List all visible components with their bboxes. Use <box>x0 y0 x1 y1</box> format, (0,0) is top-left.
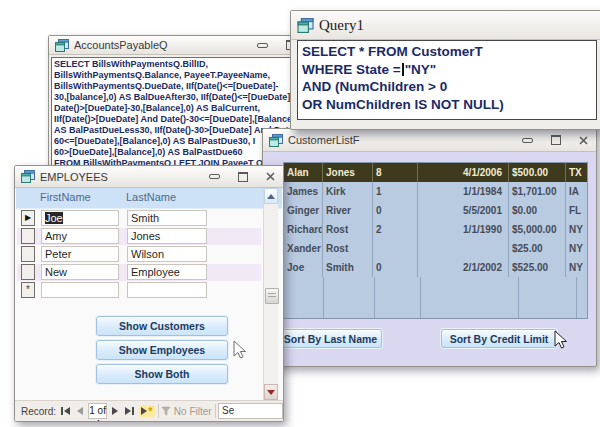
minimize-icon[interactable] <box>208 171 221 182</box>
sql-line: Date()>[DueDate]-30,[Balance],0) AS BalC… <box>54 103 298 114</box>
form-header-band: FirstName LastName <box>16 188 282 209</box>
first-name-field[interactable]: Peter <box>41 246 119 262</box>
cell-num-children[interactable]: 0 <box>373 201 418 220</box>
cell-state[interactable]: FL <box>566 201 587 220</box>
sql-line: WHERE State ="NY" <box>302 61 596 79</box>
cell-first-name[interactable]: Xander <box>284 239 323 258</box>
cell-credit-limit[interactable]: $0.00 <box>509 201 566 220</box>
titlebar-employees[interactable]: EMPLOYEES <box>15 166 283 188</box>
cell-num-children[interactable]: 1 <box>373 182 418 201</box>
sql-text-after-cursor: "NY" <box>405 62 437 77</box>
titlebar-accounts-payable-q[interactable]: AccountsPayableQ <box>49 36 303 55</box>
last-name-field[interactable]: Smith <box>127 210 207 226</box>
last-name-field[interactable] <box>127 282 207 298</box>
window-employees: EMPLOYEES FirstName LastName ▶ Joe Smith… <box>14 165 284 422</box>
table-row[interactable]: Alan Jones 8 4/1/2006 $500.00 TX <box>284 163 587 182</box>
record-selector[interactable] <box>21 228 35 244</box>
scrollbar-thumb[interactable] <box>265 288 279 304</box>
cell-first-name[interactable]: Alan <box>284 163 323 182</box>
new-record-selector[interactable]: * <box>21 282 35 298</box>
record-position-box[interactable]: 1 of 4 <box>88 403 107 419</box>
cell-state[interactable]: TX <box>566 163 587 182</box>
sort-by-credit-limit-button[interactable]: Sort By Credit Limit <box>441 329 557 348</box>
cell-date[interactable]: 5/5/2001 <box>418 201 509 220</box>
sql-line: SELECT BillsWithPaymentsQ.BillID, <box>54 59 298 70</box>
current-record-selector[interactable]: ▶ <box>21 210 35 226</box>
sort-by-last-name-button[interactable]: Sort By Last Name <box>279 329 382 348</box>
cell-state[interactable]: NY <box>566 258 587 277</box>
titlebar-customer-list-f[interactable]: CustomerListF <box>263 129 596 152</box>
table-row[interactable]: Xander Rost $25.00 NY <box>284 239 587 258</box>
cell-date[interactable]: 1/1/1990 <box>418 220 509 239</box>
cell-first-name[interactable]: Joe <box>284 258 323 277</box>
cell-credit-limit[interactable]: $5,000.00 <box>509 220 566 239</box>
cell-first-name[interactable]: James <box>284 182 323 201</box>
text-cursor <box>402 63 404 76</box>
cell-last-name[interactable]: River <box>323 201 373 220</box>
titlebar-query1[interactable]: Query1 <box>291 11 600 40</box>
sql-line: BillsWithPaymentsQ.DueDate, IIf(Date()<=… <box>54 81 298 92</box>
cell-state[interactable]: NY <box>566 220 587 239</box>
maximize-icon[interactable] <box>236 171 249 182</box>
first-name-field[interactable]: New <box>41 264 119 280</box>
show-customers-button[interactable]: Show Customers <box>96 316 228 336</box>
first-name-field[interactable]: Joe <box>41 210 119 226</box>
cell-last-name[interactable]: Kirk <box>323 182 373 201</box>
cell-state[interactable]: IA <box>566 182 587 201</box>
last-name-field[interactable]: Jones <box>127 228 207 244</box>
cell-last-name[interactable]: Smith <box>323 258 373 277</box>
cell-first-name[interactable]: Ginger <box>284 201 323 220</box>
sql-editor[interactable]: SELECT * FROM CustomerT WHERE State ="NY… <box>297 40 597 120</box>
first-name-field[interactable] <box>41 282 119 298</box>
close-icon[interactable] <box>264 171 277 182</box>
cell-date[interactable]: 1/1/1984 <box>418 182 509 201</box>
cell-last-name[interactable]: Rost <box>323 239 373 258</box>
table-row[interactable]: Ginger River 0 5/5/2001 $0.00 FL <box>284 201 587 220</box>
cell-credit-limit[interactable]: $1,701.00 <box>509 182 566 201</box>
last-name-field[interactable]: Employee <box>127 264 207 280</box>
cell-credit-limit[interactable]: $25.00 <box>509 239 566 258</box>
cell-date[interactable] <box>418 239 509 258</box>
record-selector[interactable] <box>21 246 35 262</box>
table-row[interactable]: Richard Rost 2 1/1/1990 $5,000.00 NY <box>284 220 587 239</box>
no-filter-toggle[interactable]: No Filter <box>161 406 212 417</box>
table-row[interactable]: Joe Smith 0 2/1/2002 $525.00 NY <box>284 258 587 277</box>
vertical-scrollbar[interactable] <box>263 188 278 400</box>
last-record-icon[interactable] <box>123 405 136 417</box>
cell-credit-limit[interactable]: $525.00 <box>509 258 566 277</box>
cell-num-children[interactable] <box>373 239 418 258</box>
cell-last-name[interactable]: Jones <box>323 163 373 182</box>
mouse-arrow-cursor-hollow <box>233 340 247 360</box>
minimize-icon[interactable] <box>521 135 534 146</box>
sql-line: AND (NumChildren > 0 <box>302 78 596 96</box>
sql-line: SELECT * FROM CustomerT <box>302 43 596 61</box>
cell-first-name[interactable]: Richard <box>284 220 323 239</box>
cell-date[interactable]: 2/1/2002 <box>418 258 509 277</box>
cell-state[interactable]: NY <box>566 239 587 258</box>
show-employees-button[interactable]: Show Employees <box>96 340 228 360</box>
previous-record-icon[interactable] <box>75 405 85 417</box>
cell-num-children[interactable]: 2 <box>373 220 418 239</box>
new-record-icon[interactable]: * <box>139 405 154 417</box>
last-name-field[interactable]: Wilson <box>127 246 207 262</box>
minimize-icon[interactable] <box>256 40 269 51</box>
record-selector[interactable] <box>21 264 35 280</box>
cell-credit-limit[interactable]: $500.00 <box>509 163 566 182</box>
cell-num-children[interactable]: 0 <box>373 258 418 277</box>
filter-status-label: No Filter <box>174 406 212 417</box>
search-input[interactable]: Se <box>218 403 283 419</box>
next-record-icon[interactable] <box>110 405 120 417</box>
first-record-icon[interactable] <box>59 405 72 417</box>
scroll-down-icon[interactable] <box>264 384 278 400</box>
cell-date[interactable]: 4/1/2006 <box>418 163 509 182</box>
show-both-button[interactable]: Show Both <box>96 364 228 384</box>
cell-num-children[interactable]: 8 <box>373 163 418 182</box>
maximize-icon[interactable] <box>549 135 562 146</box>
table-row[interactable]: James Kirk 1 1/1/1984 $1,701.00 IA <box>284 182 587 201</box>
cell-last-name[interactable]: Rost <box>323 220 373 239</box>
close-icon[interactable] <box>577 135 590 146</box>
scroll-up-icon[interactable] <box>264 188 278 204</box>
record-navigator: Record: 1 of 4 * No Filter Se <box>15 400 283 421</box>
first-name-field[interactable]: Amy <box>41 228 119 244</box>
window-title: Query1 <box>319 17 364 34</box>
